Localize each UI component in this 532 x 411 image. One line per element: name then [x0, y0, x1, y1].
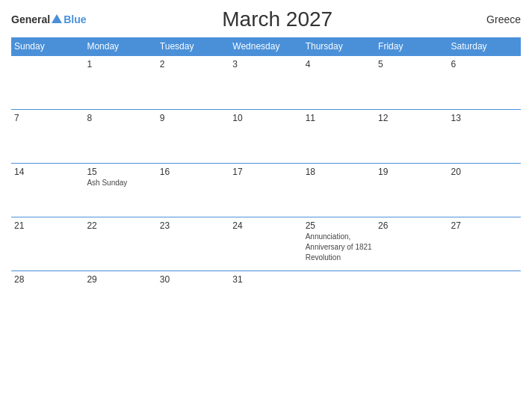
day-number: 15: [87, 167, 153, 177]
calendar-cell: [448, 271, 521, 325]
logo-blue: Blue: [64, 13, 86, 25]
event-text: Annunciation, Anniversary of 1821 Revolu…: [306, 232, 372, 262]
day-number: 2: [160, 59, 226, 69]
week-row-3: 2122232425Annunciation, Anniversary of 1…: [11, 217, 521, 271]
calendar-cell: 8: [84, 110, 156, 164]
calendar-table: Sunday Monday Tuesday Wednesday Thursday…: [11, 37, 521, 325]
calendar-cell: 2: [157, 56, 229, 110]
calendar-cell: 23: [157, 217, 229, 271]
calendar-title: March 2027: [86, 7, 468, 31]
day-number: 8: [87, 113, 153, 123]
day-number: 3: [232, 59, 299, 69]
calendar-cell: [11, 56, 84, 110]
day-number: 16: [160, 167, 226, 177]
calendar-cell: 15Ash Sunday: [84, 164, 156, 217]
week-row-0: 123456: [11, 56, 521, 110]
calendar-cell: 19: [375, 164, 448, 217]
col-saturday: Saturday: [448, 37, 521, 56]
calendar-cell: 22: [84, 217, 156, 271]
calendar-cell: 30: [157, 271, 229, 325]
calendar-cell: 26: [375, 217, 448, 271]
country-label: Greece: [468, 13, 521, 25]
calendar-cell: 17: [229, 164, 302, 217]
day-number: 22: [87, 220, 153, 231]
calendar-cell: 16: [157, 164, 229, 217]
day-number: 10: [232, 113, 299, 123]
calendar-cell: 4: [303, 56, 375, 110]
day-number: 6: [451, 59, 518, 69]
day-number: 14: [14, 167, 81, 177]
day-number: 24: [232, 220, 299, 231]
calendar-page: General Blue March 2027 Greece Sunday Mo…: [0, 0, 532, 411]
logo-triangle-icon: [52, 14, 62, 23]
calendar-cell: 1: [84, 56, 156, 110]
day-number: 29: [87, 274, 153, 285]
logo-general: General: [11, 13, 50, 25]
weekday-header-row: Sunday Monday Tuesday Wednesday Thursday…: [11, 37, 521, 56]
calendar-cell: 14: [11, 164, 84, 217]
calendar-cell: 20: [448, 164, 521, 217]
week-row-2: 1415Ash Sunday1617181920: [11, 164, 521, 217]
day-number: 9: [160, 113, 226, 123]
day-number: 13: [451, 113, 518, 123]
calendar-cell: 24: [229, 217, 302, 271]
calendar-cell: [375, 271, 448, 325]
col-thursday: Thursday: [303, 37, 375, 56]
col-monday: Monday: [84, 37, 156, 56]
calendar-cell: [303, 271, 375, 325]
day-number: 21: [14, 220, 81, 231]
event-text: Ash Sunday: [87, 179, 127, 187]
calendar-cell: 5: [375, 56, 448, 110]
calendar-cell: 21: [11, 217, 84, 271]
day-number: 7: [14, 113, 81, 123]
calendar-cell: 6: [448, 56, 521, 110]
day-number: 28: [14, 274, 81, 285]
calendar-cell: 10: [229, 110, 302, 164]
day-number: 18: [306, 167, 372, 177]
calendar-cell: 31: [229, 271, 302, 325]
day-number: 12: [378, 113, 445, 123]
calendar-cell: 13: [448, 110, 521, 164]
calendar-cell: 12: [375, 110, 448, 164]
day-number: 30: [160, 274, 226, 285]
day-number: 27: [451, 220, 518, 231]
day-number: 19: [378, 167, 445, 177]
calendar-cell: 27: [448, 217, 521, 271]
calendar-cell: 29: [84, 271, 156, 325]
day-number: 23: [160, 220, 226, 231]
col-friday: Friday: [375, 37, 448, 56]
calendar-cell: 3: [229, 56, 302, 110]
calendar-cell: 7: [11, 110, 84, 164]
calendar-cell: 18: [303, 164, 375, 217]
day-number: 25: [306, 220, 372, 231]
calendar-cell: 28: [11, 271, 84, 325]
col-sunday: Sunday: [11, 37, 84, 56]
day-number: 11: [306, 113, 372, 123]
calendar-cell: 11: [303, 110, 375, 164]
calendar-cell: 9: [157, 110, 229, 164]
week-row-1: 78910111213: [11, 110, 521, 164]
calendar-cell: 25Annunciation, Anniversary of 1821 Revo…: [303, 217, 375, 271]
col-tuesday: Tuesday: [157, 37, 229, 56]
day-number: 1: [87, 59, 153, 69]
logo: General Blue: [11, 13, 86, 25]
day-number: 31: [232, 274, 299, 285]
day-number: 17: [232, 167, 299, 177]
day-number: 4: [306, 59, 372, 69]
day-number: 20: [451, 167, 518, 177]
day-number: 5: [378, 59, 445, 69]
day-number: 26: [378, 220, 445, 231]
week-row-4: 28293031: [11, 271, 521, 325]
calendar-header: General Blue March 2027 Greece: [11, 7, 521, 31]
col-wednesday: Wednesday: [229, 37, 302, 56]
